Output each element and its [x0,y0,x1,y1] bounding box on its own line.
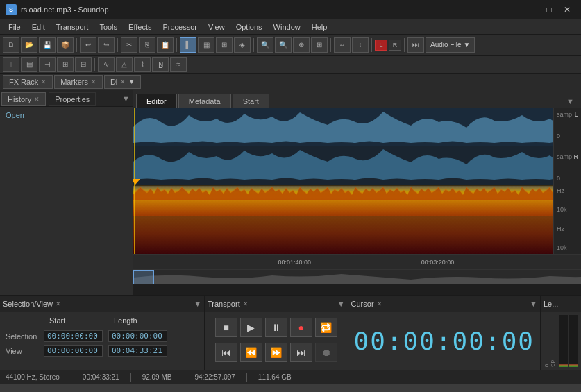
cursor-arrow[interactable]: ▼ [530,300,537,308]
transport-skip-end[interactable]: ⏭ [290,343,312,362]
tb-new[interactable]: 🗋 [3,37,19,53]
tb2-silence[interactable]: N̲ [152,57,169,72]
tab-editor[interactable]: Editor [136,94,177,108]
left-panel-arrow[interactable]: ▼ [119,93,133,104]
tab-history-close[interactable]: ✕ [34,96,40,103]
waveform-canvas[interactable] [133,108,553,185]
tab-di[interactable]: Di ✕ ▼ [104,75,141,89]
tab-fx-rack[interactable]: FX Rack ✕ [3,75,53,89]
menu-help[interactable]: Help [306,22,333,33]
tb2-tilde[interactable]: ≈ [170,57,187,72]
wave-label-l: L [575,111,579,118]
cursor-close[interactable]: ✕ [377,300,382,307]
menu-transport[interactable]: Transport [51,22,94,33]
tb-ch-r[interactable]: R [389,40,401,51]
tb-paste[interactable]: 📋 [157,37,174,53]
minimize-button[interactable]: ─ [523,3,539,17]
tab-properties[interactable]: Properties [49,92,96,106]
editor-tab-arrow[interactable]: ▼ [562,94,578,108]
transport-close[interactable]: ✕ [243,300,249,307]
tb-tool2[interactable]: ▦ [198,37,214,53]
transport-play[interactable]: ▶ [240,318,262,337]
tb-cut[interactable]: ✂ [121,37,137,53]
tb-zoom-h[interactable]: ↔ [334,37,351,53]
sel-row-label: Selection [6,332,44,341]
transport-stop[interactable]: ■ [215,318,237,337]
level-panel: Le... -0 dB [540,296,581,370]
tb-export[interactable]: 📦 [57,37,74,53]
menu-view[interactable]: View [203,22,230,33]
tb2-env[interactable]: △ [116,57,133,72]
tb2-split[interactable]: ⊞ [57,57,74,72]
menu-effects[interactable]: Effects [123,22,157,33]
tb-zoom-out[interactable]: 🔍 [275,37,292,53]
sel-panel-close[interactable]: ✕ [56,300,61,307]
toolbar-sep-1 [76,38,77,52]
selection-start-field[interactable] [44,330,103,342]
transport-pause[interactable]: ⏸ [265,318,287,337]
tab-di-close[interactable]: ✕ [120,78,126,85]
tb-tool3[interactable]: ⊞ [216,37,233,53]
close-button[interactable]: ✕ [559,3,575,17]
tab-di-arrow[interactable]: ▼ [128,78,135,85]
tb-save[interactable]: 💾 [39,37,56,53]
level-header[interactable]: Le... [541,296,581,312]
maximize-button[interactable]: □ [541,3,557,17]
sel-panel-tab[interactable]: Selection/View ✕ [3,300,61,308]
transport-tab[interactable]: Transport ✕ [208,300,249,308]
transport-extra[interactable]: ⏺ [315,343,337,362]
minimap-selection[interactable] [133,270,154,284]
tb-zoom-fit[interactable]: ⊞ [311,37,328,53]
tb-copy[interactable]: ⎘ [139,37,155,53]
tb-select[interactable]: ▌ [180,37,196,53]
tb-open[interactable]: 📂 [21,37,37,53]
minimap[interactable] [133,269,581,284]
tb2-merge[interactable]: ⊟ [75,57,92,72]
status-sep-4 [246,373,247,382]
view-length-field[interactable] [108,345,167,357]
left-panel-content: Open [0,107,133,295]
transport-record[interactable]: ● [290,318,312,337]
tb-zoom-v[interactable]: ↕ [352,37,369,53]
menu-window[interactable]: Window [268,22,306,33]
tb-audio-file[interactable]: Audio File ▼ [426,37,475,53]
tab-history[interactable]: History ✕ [1,92,46,106]
menu-tools[interactable]: Tools [94,22,123,33]
tb-undo[interactable]: ↩ [80,37,96,53]
history-item-open[interactable]: Open [3,110,130,121]
sel-panel-label: Selection/View [3,300,53,308]
tab-markers[interactable]: Markers ✕ [54,75,103,89]
tab-start[interactable]: Start [233,94,269,108]
waveform-container[interactable]: samp L 0 samp R 0 [133,108,581,295]
tab-markers-close[interactable]: ✕ [91,78,96,85]
cursor-tab[interactable]: Cursor ✕ [351,300,382,308]
view-start-field[interactable] [44,345,103,357]
transport-skip-start[interactable]: ⏮ [215,343,237,362]
tb-zoom-in[interactable]: 🔍 [257,37,273,53]
menu-edit[interactable]: Edit [26,22,51,33]
menu-processor[interactable]: Processor [158,22,203,33]
sel-panel-arrow[interactable]: ▼ [194,300,201,308]
tb2-noise[interactable]: ⌇ [134,57,151,72]
transport-rewind[interactable]: ⏪ [240,343,262,362]
menu-file[interactable]: File [3,22,26,33]
tb2-snap[interactable]: ⊣ [39,57,56,72]
spectrogram-canvas[interactable] [133,185,553,254]
menu-options[interactable]: Options [230,22,268,33]
transport-loop[interactable]: 🔁 [315,318,337,337]
tb2-cursor[interactable]: ⌶ [3,57,19,72]
tb-tool4[interactable]: ◈ [234,37,251,53]
cursor-panel: Cursor ✕ ▼ 00:00:00:00 [348,296,540,370]
tab-fx-rack-close[interactable]: ✕ [41,78,47,85]
tb-zoom-sel[interactable]: ⊕ [293,37,310,53]
status-sample-rate: 44100 Hz, Stereo [6,373,60,381]
selection-length-field[interactable] [108,330,167,342]
tb-jump[interactable]: ⏭ [407,37,424,53]
tb2-wave[interactable]: ∿ [98,57,115,72]
transport-fast-forward[interactable]: ⏩ [265,343,287,362]
tb-ch-l[interactable]: L [375,40,387,51]
tab-metadata[interactable]: Metadata [178,94,231,108]
tb2-sel[interactable]: ▤ [21,57,37,72]
transport-arrow[interactable]: ▼ [337,300,345,308]
tb-redo[interactable]: ↪ [98,37,115,53]
